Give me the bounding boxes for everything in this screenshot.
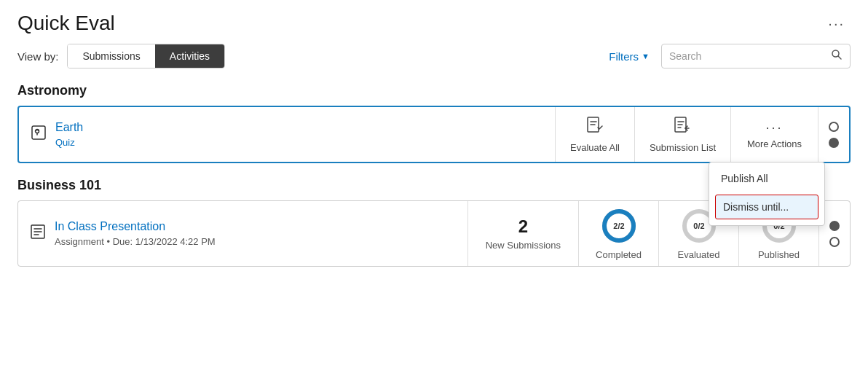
svg-line-1 — [838, 56, 841, 59]
quiz-icon — [31, 125, 47, 145]
in-class-radio-bottom[interactable] — [829, 237, 840, 247]
submission-list-icon — [673, 116, 692, 139]
publish-all-menu-item[interactable]: Publish All — [709, 165, 824, 192]
dismiss-until-menu-item[interactable]: Dismiss until... — [715, 195, 818, 219]
meta-separator: • — [107, 236, 113, 247]
view-by-section: View by: Submissions Activities — [17, 44, 225, 68]
toolbar-row: View by: Submissions Activities Filters … — [17, 44, 851, 68]
in-class-presentation-info: In Class Presentation Assignment • Due: … — [18, 201, 468, 266]
filters-button[interactable]: Filters ▼ — [609, 50, 650, 63]
header-row: Quick Eval ··· — [17, 12, 851, 35]
submissions-toggle-button[interactable]: Submissions — [68, 44, 154, 68]
evaluated-label: Evaluated — [678, 249, 720, 260]
in-class-presentation-name[interactable]: In Class Presentation — [55, 220, 216, 233]
chevron-down-icon: ▼ — [642, 52, 650, 60]
submission-list-label: Submission List — [650, 142, 716, 153]
filters-label: Filters — [609, 50, 639, 63]
new-submissions-stat: 2 New Submissions — [468, 201, 579, 266]
right-toolbar: Filters ▼ — [609, 44, 851, 68]
evaluate-all-section[interactable]: Evaluate All — [556, 107, 635, 162]
new-submissions-count: 2 — [518, 216, 528, 237]
assignment-icon — [30, 224, 46, 244]
earth-activity-row: Earth Quiz Evaluate All — [19, 107, 849, 162]
in-class-due: Due: 1/13/2022 4:22 PM — [113, 236, 216, 247]
new-submissions-label: New Submissions — [486, 240, 561, 251]
earth-activity-info: Earth Quiz — [19, 107, 556, 162]
astronomy-section: Astronomy Earth Quiz — [17, 83, 851, 163]
published-label: Published — [758, 249, 800, 260]
earth-activity-card: Earth Quiz Evaluate All — [17, 106, 851, 163]
submission-list-section[interactable]: Submission List — [635, 107, 731, 162]
more-actions-section[interactable]: ··· More Actions Publish All Dismiss unt… — [731, 107, 818, 162]
earth-radio-bottom[interactable] — [829, 138, 839, 148]
search-input[interactable] — [669, 50, 831, 62]
earth-radio-group — [818, 107, 849, 162]
in-class-presentation-meta: Assignment • Due: 1/13/2022 4:22 PM — [55, 236, 216, 247]
completed-donut-chart: 2/2 — [600, 207, 638, 245]
page-title: Quick Eval — [17, 12, 115, 35]
svg-text:2/2: 2/2 — [613, 222, 624, 230]
page-container: Quick Eval ··· View by: Submissions Acti… — [0, 0, 868, 293]
evaluate-all-icon — [585, 116, 604, 139]
more-actions-icon: ··· — [765, 120, 783, 136]
completed-label: Completed — [596, 249, 642, 260]
more-actions-label: More Actions — [747, 138, 802, 149]
earth-activity-name[interactable]: Earth — [55, 121, 83, 134]
earth-activity-details: Earth Quiz — [55, 121, 83, 148]
in-class-radio-top[interactable] — [829, 221, 840, 231]
header-more-options-button[interactable]: ··· — [822, 12, 851, 35]
evaluate-all-label: Evaluate All — [570, 142, 620, 153]
in-class-type: Assignment — [55, 236, 104, 247]
search-button[interactable] — [831, 49, 843, 63]
astronomy-section-title: Astronomy — [17, 83, 851, 98]
earth-radio-top[interactable] — [829, 122, 839, 132]
search-icon — [831, 49, 843, 60]
view-toggle-group: Submissions Activities — [67, 44, 225, 68]
svg-text:0/2: 0/2 — [693, 222, 704, 230]
completed-donut-section: 2/2 Completed — [579, 201, 659, 266]
search-box — [661, 44, 851, 68]
in-class-presentation-details: In Class Presentation Assignment • Due: … — [55, 220, 216, 247]
context-menu: Publish All Dismiss until... — [709, 162, 825, 226]
earth-activity-type: Quiz — [55, 137, 83, 148]
activities-toggle-button[interactable]: Activities — [155, 44, 224, 68]
view-by-label: View by: — [17, 50, 58, 63]
